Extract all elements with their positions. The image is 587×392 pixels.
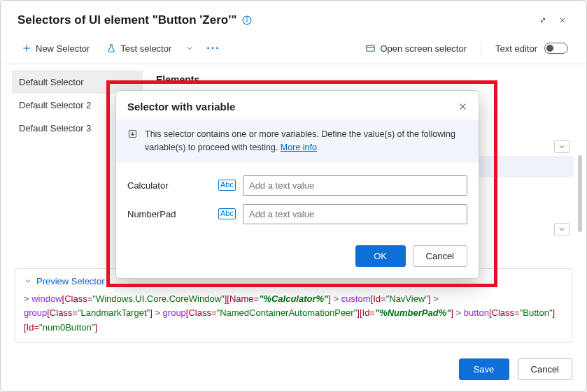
text-type-icon: Abc bbox=[218, 180, 236, 190]
modal-info-text: This selector contains one or more varia… bbox=[145, 128, 467, 154]
page-title: Selectors of UI element "Button 'Zero'" bbox=[17, 13, 236, 27]
expand-icon[interactable] bbox=[533, 10, 553, 30]
more-info-link[interactable]: More info bbox=[281, 143, 317, 152]
svg-rect-7 bbox=[367, 45, 374, 51]
divider bbox=[481, 41, 481, 55]
close-icon[interactable] bbox=[553, 10, 572, 30]
text-editor-label: Text editor bbox=[495, 43, 537, 54]
open-screen-selector-label: Open screen selector bbox=[380, 43, 467, 54]
open-screen-selector-button[interactable]: Open screen selector bbox=[361, 41, 471, 57]
ok-button[interactable]: OK bbox=[355, 245, 406, 267]
sidebar-item-label: Default Selector 2 bbox=[19, 100, 91, 110]
new-selector-button[interactable]: New Selector bbox=[17, 41, 94, 57]
field-label: Calculator bbox=[127, 180, 211, 191]
chevron-down-icon[interactable] bbox=[184, 41, 195, 55]
preview-selector-panel: Preview Selector > window[Class="Windows… bbox=[15, 268, 572, 343]
more-actions-button[interactable]: ··· bbox=[204, 42, 222, 55]
more-icon[interactable]: ⋯ bbox=[125, 76, 136, 87]
svg-point-2 bbox=[247, 18, 248, 19]
modal-cancel-button[interactable]: Cancel bbox=[413, 245, 467, 267]
save-button[interactable]: Save bbox=[459, 358, 509, 380]
plus-icon bbox=[22, 43, 31, 53]
info-icon[interactable] bbox=[242, 15, 252, 25]
variable-info-icon bbox=[127, 129, 138, 154]
selector-preview-text: > window[Class="Windows.UI.Core.CoreWind… bbox=[24, 292, 563, 335]
new-selector-label: New Selector bbox=[36, 43, 90, 54]
text-type-icon: Abc bbox=[218, 208, 236, 219]
chevron-down-icon[interactable] bbox=[554, 140, 570, 153]
field-label: NumberPad bbox=[127, 209, 211, 219]
flask-icon bbox=[106, 43, 116, 53]
scrollbar[interactable] bbox=[578, 155, 582, 232]
selector-variable-modal: Selector with variable This selector con… bbox=[115, 90, 479, 279]
sidebar-item-label: Default Selector bbox=[19, 77, 84, 87]
calculator-input[interactable] bbox=[243, 175, 467, 196]
chevron-down-icon[interactable] bbox=[554, 223, 570, 235]
screen-icon bbox=[365, 43, 376, 54]
elements-header: Elements bbox=[156, 74, 574, 85]
toggle-switch[interactable] bbox=[544, 43, 568, 54]
sidebar-item-label: Default Selector 3 bbox=[19, 123, 91, 133]
modal-title: Selector with variable bbox=[127, 101, 235, 112]
test-selector-button[interactable]: Test selector bbox=[102, 41, 176, 57]
numberpad-input[interactable] bbox=[243, 204, 467, 224]
text-editor-toggle[interactable]: Text editor bbox=[491, 40, 572, 57]
close-icon[interactable] bbox=[458, 102, 467, 111]
cancel-button[interactable]: Cancel bbox=[518, 358, 572, 380]
test-selector-label: Test selector bbox=[120, 43, 171, 54]
chevron-down-icon bbox=[24, 277, 32, 285]
preview-header-label: Preview Selector bbox=[36, 276, 105, 286]
